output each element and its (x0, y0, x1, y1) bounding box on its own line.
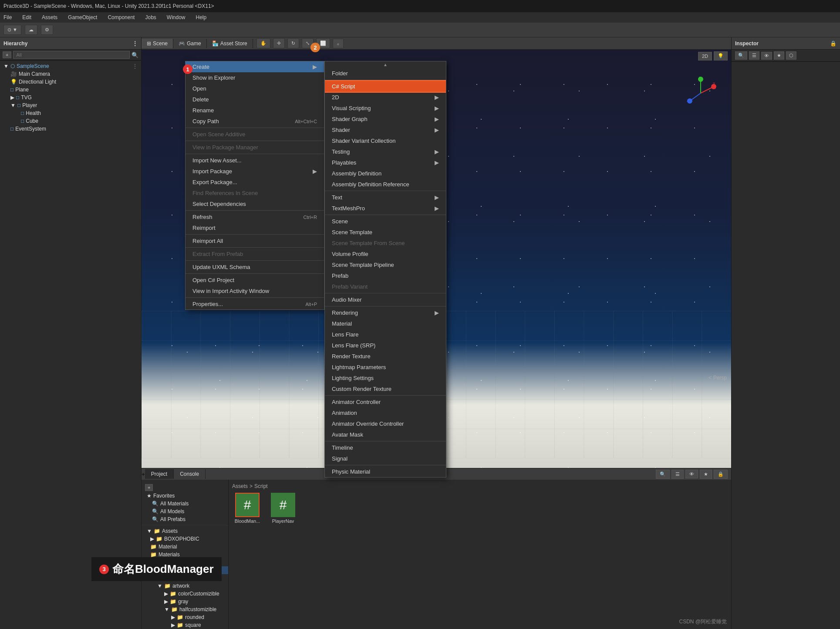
hierarchy-item-player[interactable]: ▼ □ Player (0, 101, 141, 109)
right-animator-controller[interactable]: Animator Controller (325, 397, 446, 407)
sidebar-favorites[interactable]: ★ Favorites (142, 492, 228, 500)
right-timeline[interactable]: Timeline (325, 442, 446, 453)
right-lightmap-params[interactable]: Lightmap Parameters (325, 362, 446, 373)
tab-assetstore[interactable]: 🏪 Asset Store (207, 39, 253, 48)
toolbar-rotate-btn[interactable]: ⊙ ▼ (3, 25, 21, 35)
ctx-import-package[interactable]: Import Package ▶ (186, 166, 324, 177)
proj-add-btn[interactable]: + (142, 471, 145, 478)
right-signal[interactable]: Signal (325, 453, 446, 464)
sidebar-colorcustomizible[interactable]: ▶ 📁 colorCustomizible (142, 590, 228, 598)
sidebar-material[interactable]: 📁 Material (142, 543, 228, 551)
sidebar-halfcustomizible[interactable]: ▼ 📁 halfcustomizible (142, 605, 228, 613)
right-assembly-definition[interactable]: Assembly Definition (325, 168, 446, 179)
proj-eye-btn[interactable]: 👁 (685, 470, 698, 478)
proj-filter-btn[interactable]: ☰ (671, 470, 684, 479)
right-scene-template[interactable]: Scene Template (325, 227, 446, 238)
menu-edit[interactable]: Edit (20, 13, 33, 21)
ctx-create[interactable]: Create ▶ (186, 61, 324, 72)
inspector-eye-btn[interactable]: 👁 (761, 52, 772, 60)
sidebar-assets[interactable]: ▼ 📁 Assets (142, 527, 228, 535)
right-physic-material[interactable]: Physic Material (325, 466, 446, 477)
hierarchy-options-icon[interactable]: ⋮ (132, 40, 138, 47)
sidebar-all-prefabs[interactable]: 🔍 All Prefabs (142, 515, 228, 523)
right-2d[interactable]: 2D ▶ (325, 92, 446, 103)
right-visual-scripting[interactable]: Visual Scripting ▶ (325, 103, 446, 114)
menu-help[interactable]: Help (194, 13, 209, 21)
ctx-open-csharp[interactable]: Open C# Project (186, 275, 324, 286)
menu-component[interactable]: Component (106, 13, 136, 21)
sidebar-gray[interactable]: ▶ 📁 gray (142, 598, 228, 605)
hierarchy-add-btn[interactable]: + (3, 51, 11, 58)
hierarchy-search[interactable] (13, 51, 130, 59)
tab-scene[interactable]: ⊞ Scene (142, 39, 173, 48)
ctx-view-import-activity[interactable]: View in Import Activity Window (186, 286, 324, 296)
hierarchy-item-eventsystem[interactable]: □ EventSystem (0, 125, 141, 133)
inspector-star-btn[interactable]: ★ (774, 51, 784, 60)
proj-star-btn[interactable]: ★ (700, 470, 712, 479)
scene-2d-btn[interactable]: 2D (698, 52, 712, 61)
hierarchy-item-health[interactable]: □ Health (0, 109, 141, 117)
scene-rotate-tool[interactable]: ↻ (287, 38, 299, 48)
inspector-lock-icon[interactable]: 🔒 (830, 40, 837, 47)
menu-gameobject[interactable]: GameObject (66, 13, 99, 21)
right-custom-render-texture[interactable]: Custom Render Texture (325, 383, 446, 394)
sidebar-square[interactable]: ▶ 📁 square (142, 621, 228, 629)
right-folder[interactable]: Folder (325, 68, 446, 79)
hierarchy-item-cube[interactable]: □ Cube (0, 117, 141, 125)
inspector-filter-btn[interactable]: ☰ (749, 51, 759, 60)
hierarchy-item-tvg[interactable]: ▶ □ TVG (0, 94, 141, 101)
right-shader-variant[interactable]: Shader Variant Collection (325, 135, 446, 146)
ctx-export-package[interactable]: Export Package... (186, 177, 324, 188)
right-testing[interactable]: Testing ▶ (325, 146, 446, 157)
menu-assets[interactable]: Assets (40, 13, 59, 21)
right-scene[interactable]: Scene (325, 216, 446, 227)
asset-playernav[interactable]: # PlayerNav (268, 493, 298, 524)
sidebar-artwork[interactable]: ▼ 📁 artwork (142, 582, 228, 590)
hierarchy-item-plane[interactable]: □ Plane (0, 86, 141, 94)
ctx-import-new-asset[interactable]: Import New Asset... (186, 155, 324, 166)
tab-game[interactable]: 🎮 Game (173, 39, 207, 48)
right-assembly-def-ref[interactable]: Assembly Definition Reference (325, 179, 446, 190)
right-shader-graph[interactable]: Shader Graph ▶ (325, 114, 446, 124)
ctx-open[interactable]: Open (186, 83, 324, 94)
menu-jobs[interactable]: Jobs (143, 13, 158, 21)
right-csharp-script[interactable]: C# Script (325, 81, 446, 92)
right-scene-template-pipeline[interactable]: Scene Template Pipeline (325, 259, 446, 270)
ctx-refresh[interactable]: Refresh Ctrl+R (186, 212, 324, 222)
ctx-copy-path[interactable]: Copy Path Alt+Ctrl+C (186, 116, 324, 127)
tab-project[interactable]: Project (145, 469, 174, 479)
right-animation[interactable]: Animation (325, 407, 446, 418)
menu-window[interactable]: Window (165, 13, 187, 21)
right-lens-flare[interactable]: Lens Flare (325, 329, 446, 340)
ctx-select-dependencies[interactable]: Select Dependencies (186, 198, 324, 209)
ctx-reimport[interactable]: Reimport (186, 222, 324, 233)
scene-light-btn[interactable]: 💡 (714, 51, 728, 61)
proj-search-btn[interactable]: 🔍 (656, 470, 670, 479)
sidebar-rounded[interactable]: ▶ 📁 rounded (142, 613, 228, 621)
menu-file[interactable]: File (2, 13, 13, 21)
right-prefab[interactable]: Prefab (325, 270, 446, 281)
toolbar-settings-btn[interactable]: ⚙ (41, 25, 53, 35)
ctx-rename[interactable]: Rename (186, 105, 324, 116)
asset-bloodmanager[interactable]: # BloodMan... (232, 493, 263, 524)
right-lighting-settings[interactable]: Lighting Settings (325, 373, 446, 383)
right-material[interactable]: Material (325, 318, 446, 329)
right-volume-profile[interactable]: Volume Profile (325, 249, 446, 259)
ctx-reimport-all[interactable]: Reimport All (186, 235, 324, 246)
right-lens-flare-srp[interactable]: Lens Flare (SRP) (325, 340, 446, 351)
hierarchy-item-samplescene[interactable]: ▼ ⬡ SampleScene ⋮ (0, 62, 141, 70)
right-rendering[interactable]: Rendering ▶ (325, 307, 446, 318)
scene-move-tool[interactable]: ✛ (273, 38, 285, 48)
sidebar-all-materials[interactable]: 🔍 All Materials (142, 500, 228, 508)
scene-transform-tool[interactable]: ⬦ (333, 39, 344, 48)
right-animator-override[interactable]: Animator Override Controller (325, 418, 446, 429)
right-render-texture[interactable]: Render Texture (325, 351, 446, 362)
ctx-update-uxml[interactable]: Update UXML Schema (186, 262, 324, 272)
inspector-search-btn[interactable]: 🔍 (735, 51, 747, 60)
proj-lock-btn[interactable]: 🔒 (714, 470, 728, 479)
project-add-btn[interactable]: + (145, 484, 153, 491)
sidebar-boxophobic[interactable]: ▶ 📁 BOXOPHOBIC (142, 535, 228, 543)
sidebar-all-models[interactable]: 🔍 All Models (142, 508, 228, 515)
right-playables[interactable]: Playables ▶ (325, 157, 446, 168)
right-textmeshpro[interactable]: TextMeshPro ▶ (325, 203, 446, 214)
